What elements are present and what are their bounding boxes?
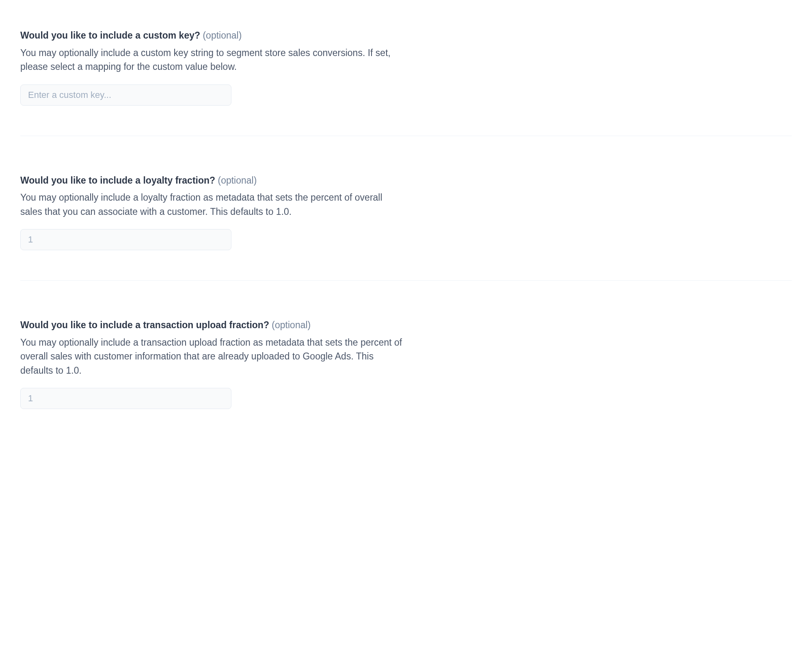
transaction-fraction-input[interactable] (20, 388, 231, 409)
loyalty-fraction-question: Would you like to include a loyalty frac… (20, 173, 487, 188)
transaction-fraction-optional-tag: (optional) (272, 320, 311, 330)
loyalty-fraction-question-text: Would you like to include a loyalty frac… (20, 175, 215, 186)
custom-key-question-text: Would you like to include a custom key? (20, 30, 200, 41)
custom-key-section: Would you like to include a custom key? … (20, 28, 487, 106)
loyalty-fraction-description: You may optionally include a loyalty fra… (20, 190, 406, 219)
transaction-fraction-question: Would you like to include a transaction … (20, 318, 487, 332)
loyalty-fraction-input[interactable] (20, 229, 231, 250)
transaction-fraction-description: You may optionally include a transaction… (20, 335, 406, 378)
divider (20, 280, 792, 281)
loyalty-fraction-section: Would you like to include a loyalty frac… (20, 173, 487, 251)
custom-key-description: You may optionally include a custom key … (20, 46, 406, 74)
custom-key-optional-tag: (optional) (203, 30, 242, 41)
transaction-fraction-question-text: Would you like to include a transaction … (20, 320, 269, 330)
transaction-fraction-section: Would you like to include a transaction … (20, 318, 487, 409)
loyalty-fraction-optional-tag: (optional) (218, 175, 257, 186)
custom-key-input[interactable] (20, 84, 231, 106)
custom-key-question: Would you like to include a custom key? … (20, 28, 487, 43)
divider (20, 136, 792, 136)
